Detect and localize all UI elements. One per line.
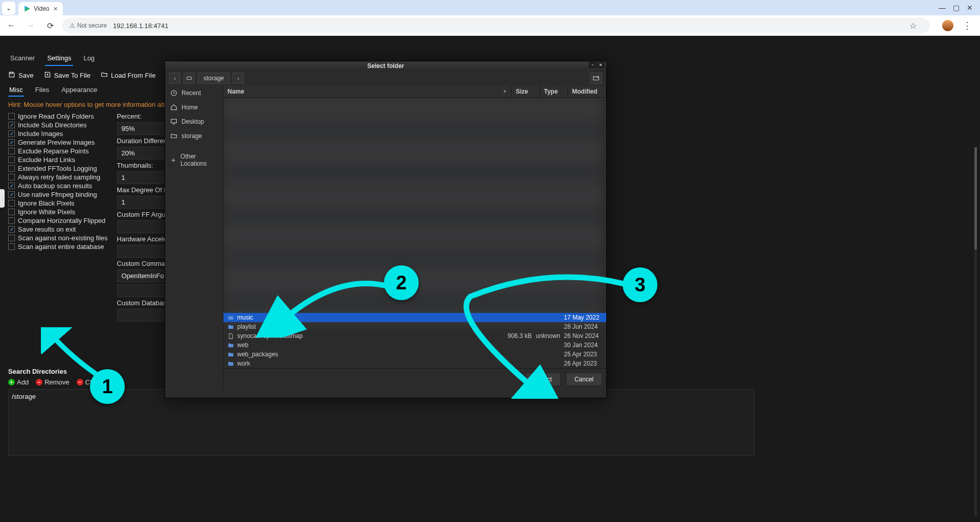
option-checkbox[interactable]: Scan against non-existing files (8, 234, 108, 242)
checkbox-icon[interactable] (8, 148, 15, 154)
option-checkbox[interactable]: Generate Preview Images (8, 139, 108, 146)
checkbox-icon[interactable] (8, 183, 15, 189)
checkbox-icon[interactable] (8, 200, 15, 207)
dialog-titlebar[interactable]: Select folder ▫ × (165, 61, 606, 71)
checkbox-icon[interactable] (8, 156, 15, 163)
option-checkbox[interactable]: Save results on exit (8, 225, 108, 233)
column-name[interactable]: Name▼ (223, 86, 512, 97)
kebab-menu-icon[interactable]: ⋮ (963, 20, 972, 31)
close-window-icon[interactable]: ✕ (967, 4, 973, 12)
column-modified[interactable]: Modified (568, 86, 606, 97)
breadcrumb-storage[interactable]: storage (198, 73, 230, 84)
option-checkbox[interactable]: Use native Ffmpeg binding (8, 191, 108, 198)
directory-list[interactable]: /storage (8, 389, 755, 456)
checkbox-icon[interactable] (8, 165, 15, 172)
save-button[interactable]: Save (8, 71, 34, 80)
file-row[interactable]: playlist28 Jun 2024 (223, 322, 606, 331)
sub-tab-misc[interactable]: Misc (8, 84, 24, 97)
place-desktop[interactable]: Desktop (165, 115, 223, 129)
customff-input[interactable] (117, 220, 168, 233)
tab-scanner[interactable]: Scanner (8, 51, 37, 66)
drive-icon[interactable] (184, 73, 195, 84)
add-directory-button[interactable]: + Add (8, 378, 29, 386)
bookmark-icon[interactable]: ☆ (909, 21, 923, 31)
tab-settings[interactable]: Settings (45, 51, 73, 66)
sidebar-expand-handle[interactable]: ⋮ (0, 189, 5, 208)
place-home[interactable]: Home (165, 100, 223, 115)
checkbox-icon[interactable] (8, 122, 15, 128)
customcmd-input[interactable] (117, 269, 168, 282)
cancel-button[interactable]: Cancel (566, 373, 602, 386)
back-button[interactable]: ← (4, 18, 18, 33)
scrollbar[interactable] (974, 147, 977, 516)
option-checkbox[interactable]: Include Images (8, 130, 108, 138)
new-folder-button[interactable] (590, 73, 602, 84)
checkbox-icon[interactable] (8, 113, 15, 120)
option-checkbox[interactable]: Always retry failed sampling (8, 173, 108, 181)
checkbox-icon[interactable] (8, 191, 15, 198)
sub-tab-files[interactable]: Files (34, 84, 50, 97)
reload-button[interactable]: ⟳ (43, 18, 57, 33)
column-size[interactable]: Size (512, 86, 540, 97)
forward-button[interactable]: → (24, 18, 38, 33)
dialog-close-icon[interactable]: × (597, 62, 604, 68)
file-row[interactable]: web_packages25 Apr 2023 (223, 350, 606, 359)
checkbox-icon[interactable] (8, 235, 15, 241)
load-from-file-label: Load From File (111, 72, 155, 79)
file-list[interactable]: music17 May 2022playlist28 Jun 2024synoc… (223, 98, 606, 368)
minimize-icon[interactable]: — (939, 4, 946, 12)
option-checkbox[interactable]: Ignore Read Only Folders (8, 112, 108, 120)
maxpar-input[interactable] (117, 196, 168, 209)
checkbox-icon[interactable] (8, 139, 15, 146)
checkbox-icon[interactable] (8, 209, 15, 215)
place-label: Desktop (181, 118, 204, 125)
option-checkbox[interactable]: Ignore Black Pixels (8, 199, 108, 207)
option-checkbox[interactable]: Compare Horizontally Flipped (8, 217, 108, 224)
tab-search-button[interactable]: ⌄ (2, 2, 15, 15)
place-recent[interactable]: Recent (165, 86, 223, 100)
save-to-file-button[interactable]: Save To File (44, 71, 90, 80)
percent-input[interactable] (117, 122, 168, 135)
remove-directory-button[interactable]: − Remove (36, 378, 69, 386)
checkbox-icon[interactable] (8, 217, 15, 224)
checkbox-icon[interactable] (8, 226, 15, 233)
place-storage[interactable]: storage (165, 129, 223, 143)
column-type[interactable]: Type (540, 86, 568, 97)
checkbox-label: Auto backup scan results (18, 182, 92, 190)
checkbox-icon[interactable] (8, 130, 15, 137)
option-checkbox[interactable]: Extended FFTools Logging (8, 165, 108, 172)
path-back-button[interactable]: ‹ (169, 73, 180, 84)
checkbox-icon[interactable] (8, 243, 15, 250)
hwaccel-input[interactable] (117, 245, 168, 258)
customdb-input[interactable] (117, 309, 168, 322)
select-button[interactable]: Select (526, 373, 560, 386)
option-checkbox[interactable]: Auto backup scan results (8, 182, 108, 190)
option-checkbox[interactable]: Ignore White Pixels (8, 208, 108, 216)
checkbox-icon[interactable] (8, 174, 15, 180)
profile-avatar[interactable] (942, 20, 953, 31)
duration-input[interactable] (117, 147, 168, 160)
address-bar[interactable]: ⚠ Not secure 192.168.1.18:4741 ☆ (62, 18, 930, 33)
file-row[interactable]: music17 May 2022 (223, 313, 606, 322)
tab-log[interactable]: Log (81, 51, 97, 66)
sub-tab-appearance[interactable]: Appearance (60, 84, 98, 97)
browser-tab[interactable]: Video × (18, 2, 63, 15)
maximize-icon[interactable]: ▢ (953, 4, 960, 12)
load-from-file-button[interactable]: Load From File (101, 71, 155, 80)
path-forward-button[interactable]: › (233, 73, 244, 84)
option-checkbox[interactable]: Include Sub Directories (8, 121, 108, 129)
file-row[interactable]: web30 Jan 2024 (223, 341, 606, 350)
customcmd-input-2[interactable] (117, 284, 168, 297)
file-row[interactable]: synocachepinfile.bitmap906.3 kBunknown26… (223, 331, 606, 341)
option-checkbox[interactable]: Exclude Hard Links (8, 156, 108, 164)
checkbox-label: Exclude Reparse Points (18, 147, 89, 155)
option-checkbox[interactable]: Exclude Reparse Points (8, 147, 108, 155)
checkbox-label: Scan against non-existing files (18, 234, 108, 242)
file-row[interactable]: work26 Apr 2023 (223, 359, 606, 368)
close-icon[interactable]: × (53, 5, 57, 13)
security-indicator[interactable]: ⚠ Not secure (70, 22, 107, 29)
option-checkbox[interactable]: Scan against entire database (8, 243, 108, 251)
dialog-maximize-icon[interactable]: ▫ (589, 62, 596, 68)
place-other-locations[interactable]: +Other Locations (165, 149, 223, 171)
thumbnails-input[interactable] (117, 171, 168, 184)
